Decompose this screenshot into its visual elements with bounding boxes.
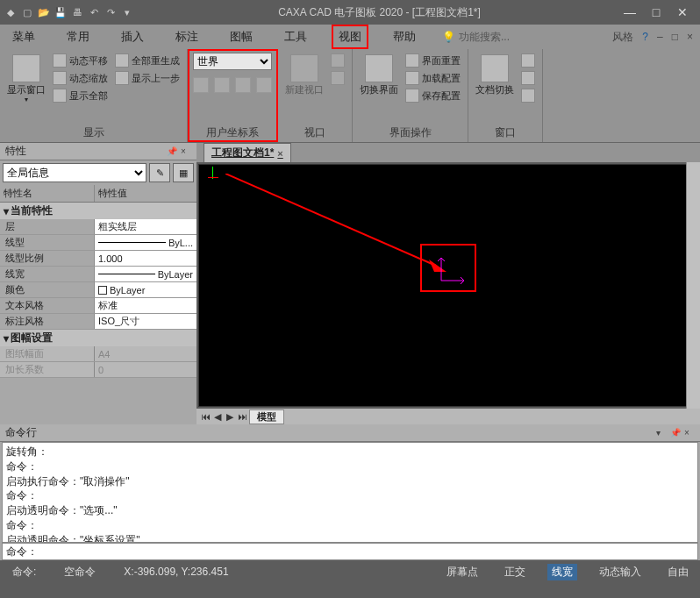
mdi-restore-icon[interactable]: □ (672, 31, 678, 43)
close-button[interactable]: ✕ (677, 7, 688, 18)
tab-last-icon[interactable]: ⏭ (237, 411, 247, 422)
status-cmd-label: 命令: (7, 565, 41, 580)
cmd-close-icon[interactable]: × (684, 428, 695, 438)
ucs-save-button[interactable] (235, 77, 251, 93)
pan-button[interactable]: 动态平移 (51, 53, 110, 68)
reset-ui-button[interactable]: 界面重置 (404, 53, 462, 68)
qat-dropdown-icon[interactable]: ▾ (120, 5, 134, 19)
cascade-button[interactable] (519, 88, 537, 103)
switch-ui-button[interactable]: 切换界面 (358, 53, 400, 97)
model-tab[interactable]: 模型 (249, 409, 284, 424)
app-icon: ◆ (4, 5, 18, 19)
props-btn2[interactable]: ▦ (173, 163, 194, 182)
print-icon[interactable]: 🖶 (70, 5, 84, 19)
save-cfg-button[interactable]: 保存配置 (404, 88, 462, 103)
panel-close-icon[interactable]: × (181, 146, 191, 157)
command-log[interactable]: 旋转角： 命令： 启动执行命令："取消操作" 命令： 启动透明命令："选项...… (2, 442, 698, 543)
props-btn1[interactable]: ✎ (149, 163, 170, 182)
doc-switch-icon (481, 54, 509, 82)
props-selector[interactable]: 全局信息 (3, 163, 146, 182)
show-all-icon (53, 89, 67, 103)
window-title: CAXA CAD 电子图板 2020 - [工程图文档1*] (134, 5, 625, 20)
command-prompt: 命令： (3, 545, 41, 559)
commandline-title: 命令行 ▾ 📌 × (0, 424, 700, 442)
feature-search[interactable]: 💡 功能搜索... (442, 30, 510, 45)
status-empty-cmd: 空命令 (59, 565, 101, 580)
regen-all-button[interactable]: 全部重生成 (113, 53, 182, 68)
status-coords: X:-396.099, Y:236.451 (118, 566, 233, 578)
maximize-button[interactable]: □ (651, 7, 661, 18)
menu-item-insert[interactable]: 插入 (116, 26, 149, 47)
quick-access-toolbar: ◆ ▢ 📂 💾 🖶 ↶ ↷ ▾ (4, 5, 134, 19)
cmd-options-icon[interactable]: ▾ (656, 428, 667, 438)
menu-item-main[interactable]: 菜单 (7, 26, 40, 47)
props-rows: ▾当前特性 层粗实线层 线型ByL... 线型比例1.000 线宽ByLayer… (0, 203, 196, 424)
save-icon[interactable]: 💾 (54, 5, 68, 19)
new-viewport-button[interactable]: 新建视口 (283, 53, 325, 97)
mdi-close-icon[interactable]: × (687, 31, 693, 43)
menu-item-common[interactable]: 常用 (61, 26, 95, 47)
doc-tabs: 工程图文档1* × (196, 143, 700, 162)
group-label-window: 窗口 (474, 124, 537, 140)
color-swatch-icon (98, 286, 107, 295)
status-free[interactable]: 自由 (663, 564, 693, 580)
tab-prev-icon[interactable]: ◀ (212, 411, 223, 423)
undo-icon[interactable]: ↶ (87, 5, 101, 19)
canvas-area: 工程图文档1* × ⏮ ◀ ▶ ⏭ 模型 (196, 143, 700, 424)
ribbon-group-viewport: 新建视口 视口 (278, 49, 353, 142)
ucs-select[interactable]: 世界 (193, 53, 272, 70)
show-window-button[interactable]: 显示窗口 ▾ (5, 53, 47, 105)
tile-h-button[interactable] (519, 53, 537, 68)
origin-marker-icon (208, 167, 218, 181)
ucs-origin-button[interactable] (193, 77, 209, 93)
tile-h-icon (521, 53, 535, 68)
prop-row-sheetsize: 图纸幅面A4 (0, 346, 196, 362)
prop-row-ltscale: 线型比例1.000 (0, 251, 196, 267)
line-sample-icon (98, 274, 155, 274)
regen-icon (115, 53, 129, 68)
status-lineweight[interactable]: 线宽 (547, 564, 577, 580)
ucs-manage-button[interactable] (256, 77, 272, 93)
cascade-icon (521, 89, 535, 103)
mdi-minimize-icon[interactable]: – (657, 31, 663, 43)
section-current[interactable]: ▾当前特性 (0, 203, 196, 219)
tile-v-button[interactable] (519, 70, 537, 86)
new-icon[interactable]: ▢ (20, 5, 34, 19)
canvas-scrollbar-v[interactable] (686, 162, 700, 409)
annotation-arrow-icon (225, 174, 446, 274)
prop-row-lineweight: 线宽ByLayer (0, 267, 196, 282)
ucs-rotate-button[interactable] (214, 77, 230, 93)
load-cfg-icon (405, 71, 419, 85)
section-sheet[interactable]: ▾图幅设置 (0, 330, 196, 346)
redo-icon[interactable]: ↷ (104, 5, 118, 19)
drawing-canvas[interactable] (198, 164, 698, 407)
show-prev-button[interactable]: 显示上一步 (113, 70, 182, 86)
status-dyn-input[interactable]: 动态输入 (595, 564, 646, 580)
prop-row-linetype: 线型ByL... (0, 235, 196, 251)
menu-item-sheet[interactable]: 图幅 (225, 26, 258, 47)
pin-icon[interactable]: 📌 (167, 146, 177, 157)
status-screen-point[interactable]: 屏幕点 (442, 564, 482, 580)
minimize-button[interactable]: — (625, 7, 635, 18)
doc-tab[interactable]: 工程图文档1* × (204, 143, 291, 162)
status-ortho[interactable]: 正交 (500, 564, 530, 580)
command-input[interactable] (41, 544, 697, 559)
reset-ui-icon (405, 53, 419, 68)
doc-switch-button[interactable]: 文档切换 (474, 53, 516, 97)
open-icon[interactable]: 📂 (37, 5, 51, 19)
load-cfg-button[interactable]: 加载配置 (404, 70, 462, 86)
menu-item-tools[interactable]: 工具 (279, 26, 312, 47)
tab-close-icon[interactable]: × (277, 148, 282, 159)
menu-item-help[interactable]: 帮助 (388, 26, 421, 47)
main-area: 特性 📌 × 全局信息 ✎ ▦ 特性名 特性值 ▾当前特性 层粗实线层 线型By… (0, 143, 700, 424)
menu-item-annotate[interactable]: 标注 (170, 26, 204, 47)
show-all-button[interactable]: 显示全部 (51, 88, 110, 103)
help-icon[interactable]: ? (642, 31, 648, 43)
zoom-button[interactable]: 动态缩放 (51, 70, 110, 86)
tab-next-icon[interactable]: ▶ (225, 411, 235, 423)
style-label[interactable]: 风格 (612, 30, 633, 45)
menu-item-view[interactable]: 视图 (333, 26, 367, 47)
tab-first-icon[interactable]: ⏮ (200, 411, 211, 422)
cmd-pin-icon[interactable]: 📌 (670, 428, 681, 438)
tile-v-icon (521, 71, 535, 85)
